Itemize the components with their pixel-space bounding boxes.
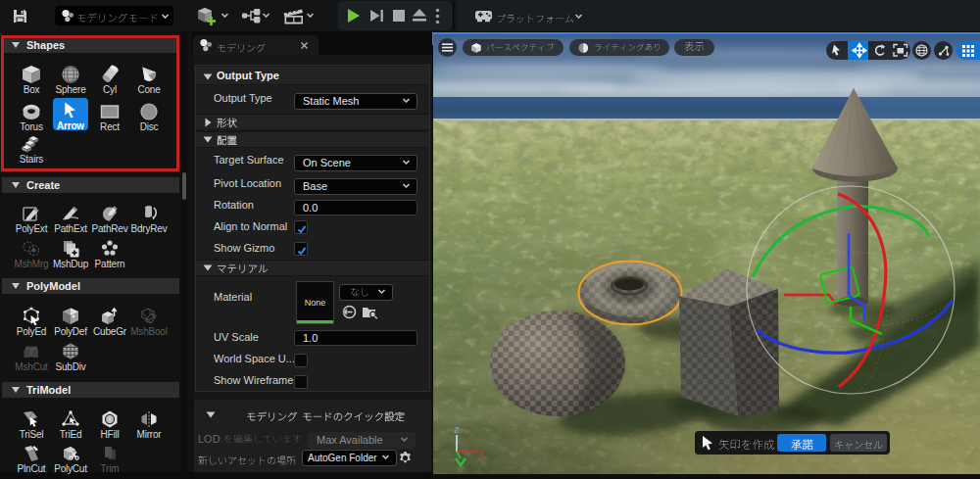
svg-text:Z: Z: [454, 425, 460, 435]
svg-text:x: x: [479, 448, 484, 457]
